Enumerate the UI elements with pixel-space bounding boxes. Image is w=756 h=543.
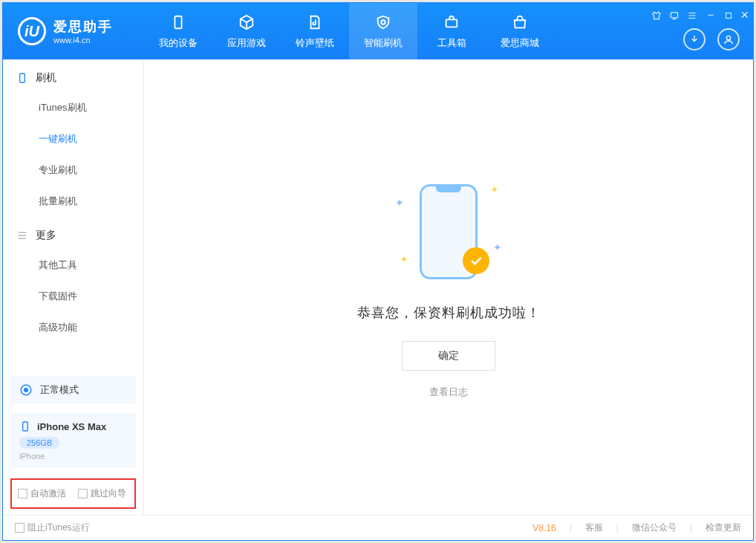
minimize-button[interactable]: －: [705, 7, 717, 23]
close-button[interactable]: ×: [740, 7, 749, 23]
app-name-en: www.i4.cn: [53, 36, 113, 45]
options-highlight-box: 自动激活 跳过向导: [10, 478, 136, 509]
check-badge-icon: [463, 247, 489, 274]
nav-label: 工具箱: [437, 36, 466, 50]
device-type: iPhone: [19, 452, 127, 461]
ok-button[interactable]: 确定: [402, 341, 495, 371]
success-illustration: ✦ ✦ ✦ ✦: [382, 176, 515, 287]
status-link-support[interactable]: 客服: [585, 521, 603, 534]
window-controls: － ×: [651, 7, 749, 23]
checkbox-block-itunes[interactable]: 阻止iTunes运行: [15, 521, 90, 534]
sidebar-item-itunes-flash[interactable]: iTunes刷机: [3, 92, 143, 123]
top-nav: 我的设备 应用游戏 铃声壁纸 智能刷机 工具箱 爱思商城: [144, 3, 554, 59]
sidebar: 刷机 iTunes刷机 一键刷机 专业刷机 批量刷机 更多 其他工具 下载固件 …: [3, 59, 144, 515]
app-name-cn: 爱思助手: [53, 18, 113, 36]
svg-rect-8: [23, 422, 28, 431]
main-content: ✦ ✦ ✦ ✦ 恭喜您，保资料刷机成功啦！ 确定 查看日志: [144, 59, 753, 515]
svg-rect-0: [175, 16, 181, 29]
sidebar-section-more: 更多: [3, 217, 143, 250]
nav-label: 应用游戏: [227, 36, 266, 50]
nav-smart-flash[interactable]: 智能刷机: [349, 3, 417, 59]
refresh-shield-icon: [374, 13, 393, 32]
sparkle-icon: ✦: [490, 183, 499, 195]
nav-label: 铃声壁纸: [296, 36, 334, 50]
mode-card[interactable]: 正常模式: [10, 376, 136, 404]
titlebar-right-icons: [683, 28, 740, 51]
shirt-icon[interactable]: [651, 10, 662, 21]
download-manager-button[interactable]: [683, 28, 706, 51]
sparkle-icon: ✦: [400, 253, 408, 265]
checkbox-icon: [78, 489, 88, 498]
view-log-link[interactable]: 查看日志: [429, 386, 468, 399]
app-title: 爱思助手 www.i4.cn: [53, 18, 113, 45]
sidebar-item-other-tools[interactable]: 其他工具: [3, 250, 143, 281]
app-body: 刷机 iTunes刷机 一键刷机 专业刷机 批量刷机 更多 其他工具 下载固件 …: [3, 59, 753, 515]
statusbar: 阻止iTunes运行 V8.16 | 客服 | 微信公众号 | 检查更新: [3, 515, 753, 540]
sidebar-section-title: 更多: [36, 229, 56, 242]
mode-icon: [19, 383, 33, 397]
nav-label: 爱思商城: [501, 36, 539, 50]
svg-rect-5: [20, 74, 25, 82]
svg-rect-3: [726, 13, 731, 18]
sidebar-item-batch-flash[interactable]: 批量刷机: [3, 186, 143, 217]
checkbox-icon: [18, 489, 27, 498]
device-phone-icon: [19, 420, 31, 432]
svg-point-4: [726, 36, 730, 39]
sidebar-item-oneclick-flash[interactable]: 一键刷机: [3, 123, 143, 155]
logo-area: iU 爱思助手 www.i4.cn: [3, 17, 144, 45]
sidebar-section-flash: 刷机: [3, 59, 143, 92]
success-message: 恭喜您，保资料刷机成功啦！: [357, 304, 541, 322]
version-label: V8.16: [532, 523, 555, 533]
sidebar-item-advanced[interactable]: 高级功能: [3, 312, 143, 343]
toolbox-icon: [442, 13, 461, 32]
titlebar: iU 爱思助手 www.i4.cn 我的设备 应用游戏 铃声壁纸 智能刷机: [3, 3, 753, 59]
nav-my-device[interactable]: 我的设备: [144, 3, 212, 59]
status-link-update[interactable]: 检查更新: [706, 521, 741, 534]
nav-apps-games[interactable]: 应用游戏: [212, 3, 281, 59]
app-window: iU 爱思助手 www.i4.cn 我的设备 应用游戏 铃声壁纸 智能刷机: [2, 2, 754, 541]
menu-icon[interactable]: [687, 10, 697, 21]
nav-label: 智能刷机: [364, 36, 403, 50]
nav-label: 我的设备: [159, 36, 198, 50]
nav-toolbox[interactable]: 工具箱: [417, 3, 486, 59]
mode-label: 正常模式: [40, 383, 79, 397]
checkbox-auto-activate[interactable]: 自动激活: [18, 487, 66, 500]
checkbox-skip-guide[interactable]: 跳过向导: [78, 487, 126, 500]
svg-rect-2: [671, 12, 678, 17]
account-button[interactable]: [717, 28, 740, 51]
cube-icon: [237, 13, 256, 32]
music-file-icon: [305, 13, 325, 32]
sparkle-icon: ✦: [493, 241, 502, 253]
sidebar-item-download-firmware[interactable]: 下载固件: [3, 281, 143, 312]
app-logo-icon: iU: [18, 17, 46, 45]
nav-ringtones-wallpapers[interactable]: 铃声壁纸: [281, 3, 349, 59]
phone-icon: [16, 72, 28, 84]
sidebar-item-pro-flash[interactable]: 专业刷机: [3, 155, 143, 186]
status-link-wechat[interactable]: 微信公众号: [632, 521, 677, 534]
device-capacity: 256GB: [19, 437, 59, 449]
feedback-icon[interactable]: [669, 10, 680, 21]
sidebar-section-title: 刷机: [36, 71, 56, 85]
svg-point-7: [25, 388, 28, 392]
device-icon: [169, 13, 188, 32]
list-icon: [16, 230, 28, 241]
maximize-button[interactable]: [724, 11, 733, 20]
device-card[interactable]: iPhone XS Max 256GB iPhone: [10, 413, 136, 468]
store-icon: [510, 13, 529, 32]
nav-store[interactable]: 爱思商城: [486, 3, 554, 59]
sparkle-icon: ✦: [395, 197, 404, 209]
checkbox-icon: [15, 523, 25, 533]
svg-rect-1: [446, 19, 457, 27]
device-name: iPhone XS Max: [37, 421, 106, 432]
